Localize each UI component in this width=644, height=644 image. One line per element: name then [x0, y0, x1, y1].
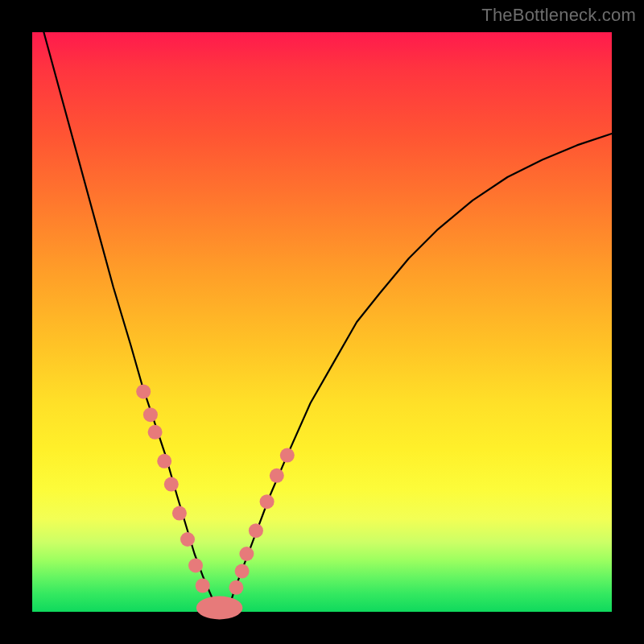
marker-dot [229, 580, 243, 595]
chart-frame: TheBottleneck.com [0, 0, 644, 644]
marker-dot [157, 454, 171, 469]
marker-dot [143, 407, 158, 422]
marker-dot [188, 558, 203, 572]
chart-plot-area [32, 32, 612, 612]
bottleneck-curve [43, 32, 612, 611]
marker-dot [260, 494, 275, 509]
marker-dot [148, 425, 163, 440]
marker-dot [249, 523, 263, 538]
marker-dot [270, 469, 284, 483]
bottom-lozenge-marker [196, 597, 243, 620]
marker-dot [196, 579, 210, 593]
chart-overlay-svg [32, 32, 612, 612]
watermark-text: TheBottleneck.com [481, 5, 636, 26]
marker-dot [164, 477, 179, 492]
marker-dot [136, 384, 151, 398]
marker-dot [235, 564, 250, 579]
marker-dots-group [136, 384, 295, 594]
marker-dot [280, 448, 295, 463]
marker-dot [172, 506, 187, 521]
marker-dot [180, 532, 195, 547]
marker-dot [239, 547, 254, 561]
